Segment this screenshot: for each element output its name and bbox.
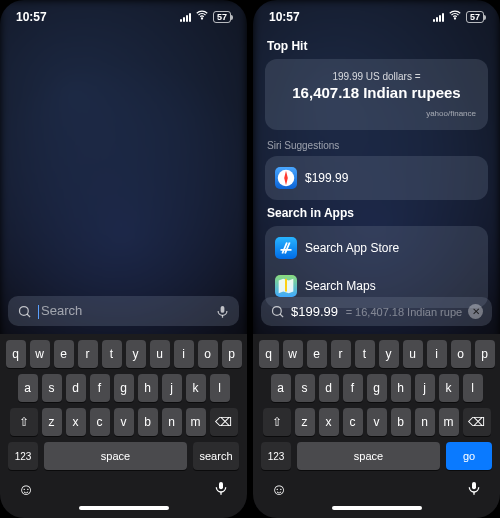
key-v[interactable]: v [114,408,134,436]
keyboard: qwertyuiop asdfghjkl ⇧ zxcvbnm ⌫ 123 spa… [253,334,500,518]
key-o[interactable]: o [198,340,218,368]
status-time: 10:57 [269,10,300,24]
key-j[interactable]: j [162,374,182,402]
status-bar: 10:57 57 [0,0,247,27]
key-m[interactable]: m [439,408,459,436]
battery-icon: 57 [466,11,484,23]
key-y[interactable]: y [379,340,399,368]
key-p[interactable]: p [475,340,495,368]
key-v[interactable]: v [367,408,387,436]
shift-key[interactable]: ⇧ [263,408,291,436]
key-w[interactable]: w [283,340,303,368]
safari-icon [275,167,297,189]
search-in-apps-label: Search App Store [305,241,399,255]
search-hint: = 16,407.18 Indian rupees [346,306,462,318]
key-n[interactable]: n [415,408,435,436]
key-c[interactable]: c [90,408,110,436]
key-f[interactable]: f [343,374,363,402]
key-c[interactable]: c [343,408,363,436]
svg-point-1 [20,306,29,315]
key-l[interactable]: l [463,374,483,402]
key-k[interactable]: k [439,374,459,402]
key-h[interactable]: h [391,374,411,402]
key-i[interactable]: i [427,340,447,368]
key-z[interactable]: z [295,408,315,436]
battery-icon: 57 [213,11,231,23]
key-g[interactable]: g [114,374,134,402]
search-key[interactable]: search [193,442,239,470]
space-key[interactable]: space [297,442,440,470]
key-a[interactable]: a [271,374,291,402]
key-q[interactable]: q [6,340,26,368]
emoji-icon[interactable]: ☺ [18,481,34,499]
key-t[interactable]: t [355,340,375,368]
numbers-key[interactable]: 123 [261,442,291,470]
search-in-apps-card: Search App Store Search Maps [265,226,488,308]
key-z[interactable]: z [42,408,62,436]
clear-icon[interactable]: ✕ [468,304,483,319]
top-hit-source: yahoo/finance [277,109,476,118]
backspace-key[interactable]: ⌫ [463,408,491,436]
key-q[interactable]: q [259,340,279,368]
key-n[interactable]: n [162,408,182,436]
key-a[interactable]: a [18,374,38,402]
siri-suggestion-card: $199.99 [265,156,488,200]
key-k[interactable]: k [186,374,206,402]
home-indicator[interactable] [79,506,169,510]
key-e[interactable]: e [54,340,74,368]
signal-icon [180,12,191,22]
key-w[interactable]: w [30,340,50,368]
key-y[interactable]: y [126,340,146,368]
siri-suggestion-item[interactable]: $199.99 [269,160,484,196]
spotlight-search-field[interactable]: Search [8,296,239,326]
shift-key[interactable]: ⇧ [10,408,38,436]
search-app-store-item[interactable]: Search App Store [269,230,484,266]
keyboard-row-1: qwertyuiop [4,340,243,368]
maps-icon [275,275,297,297]
key-r[interactable]: r [331,340,351,368]
key-b[interactable]: b [138,408,158,436]
key-j[interactable]: j [415,374,435,402]
key-e[interactable]: e [307,340,327,368]
numbers-key[interactable]: 123 [8,442,38,470]
search-icon [17,304,32,319]
key-u[interactable]: u [150,340,170,368]
keyboard-row-2: asdfghjkl [257,374,496,402]
keyboard-mic-icon[interactable] [466,480,482,500]
keyboard-mic-icon[interactable] [213,480,229,500]
key-h[interactable]: h [138,374,158,402]
key-s[interactable]: s [42,374,62,402]
svg-line-2 [27,314,30,317]
key-g[interactable]: g [367,374,387,402]
top-hit-card[interactable]: 199.99 US dollars = 16,407.18 Indian rup… [265,59,488,130]
search-placeholder: Search [41,303,82,318]
key-o[interactable]: o [451,340,471,368]
home-indicator[interactable] [332,506,422,510]
key-l[interactable]: l [210,374,230,402]
svg-rect-5 [219,482,223,489]
key-f[interactable]: f [90,374,110,402]
key-u[interactable]: u [403,340,423,368]
key-m[interactable]: m [186,408,206,436]
key-t[interactable]: t [102,340,122,368]
keyboard-row-3: ⇧ zxcvbnm ⌫ [4,408,243,436]
keyboard-row-2: asdfghjkl [4,374,243,402]
key-x[interactable]: x [319,408,339,436]
key-i[interactable]: i [174,340,194,368]
go-key[interactable]: go [446,442,492,470]
key-d[interactable]: d [66,374,86,402]
key-s[interactable]: s [295,374,315,402]
spotlight-search-field[interactable]: $199.99 = 16,407.18 Indian rupees ✕ [261,297,492,326]
key-r[interactable]: r [78,340,98,368]
emoji-icon[interactable]: ☺ [271,481,287,499]
backspace-key[interactable]: ⌫ [210,408,238,436]
key-p[interactable]: p [222,340,242,368]
search-in-apps-title: Search in Apps [267,206,486,220]
appstore-icon [275,237,297,259]
space-key[interactable]: space [44,442,187,470]
phone-right: 10:57 57 Top Hit 199.99 US dollars = 16,… [253,0,500,518]
key-d[interactable]: d [319,374,339,402]
key-b[interactable]: b [391,408,411,436]
key-x[interactable]: x [66,408,86,436]
dictate-icon[interactable] [215,304,230,319]
